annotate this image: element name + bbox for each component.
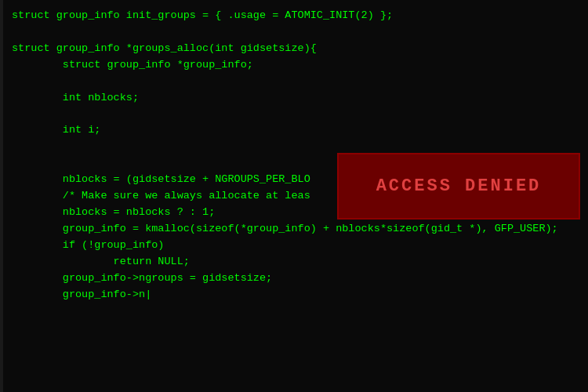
code-line: int i; <box>12 122 576 139</box>
code-line: group_info->ngroups = gidsetsize; <box>12 270 576 287</box>
code-line: group_info->n| <box>12 287 576 303</box>
code-line: int nblocks; <box>12 90 576 107</box>
code-line: struct group_info *group_info; <box>12 57 576 74</box>
code-line: if (!group_info) <box>12 238 576 254</box>
code-editor: struct group_info init_groups = { .usage… <box>0 0 588 392</box>
code-line: struct group_info init_groups = { .usage… <box>12 8 576 24</box>
left-gutter <box>0 0 3 392</box>
code-line: struct group_info *groups_alloc(int gids… <box>12 41 576 57</box>
code-line <box>12 24 576 41</box>
access-denied-overlay: ACCESS DENIED <box>337 153 580 220</box>
code-line <box>12 107 576 123</box>
access-denied-text: ACCESS DENIED <box>376 176 542 196</box>
code-line: return NULL; <box>12 254 576 270</box>
code-line: group_info = kmalloc(sizeof(*group_info)… <box>12 221 576 238</box>
code-line <box>12 74 576 90</box>
